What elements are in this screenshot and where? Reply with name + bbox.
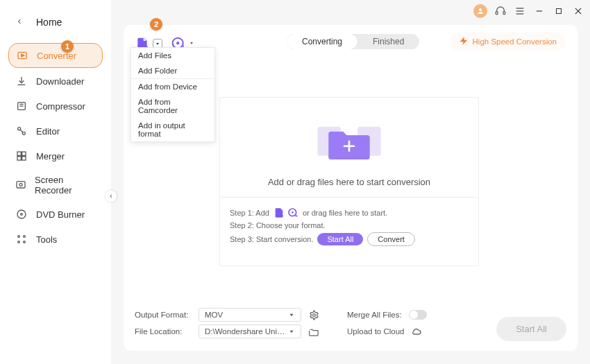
add-dvd-chevron-icon[interactable] (189, 40, 194, 47)
sidebar-item-tools[interactable]: Tools (8, 227, 103, 251)
sidebar-item-label: Screen Recorder (35, 175, 96, 196)
svg-point-25 (21, 214, 23, 216)
dropdown-add-from-device[interactable]: Add from Device (131, 79, 214, 94)
svg-rect-19 (22, 152, 26, 155)
high-speed-conversion-button[interactable]: High Speed Conversion (450, 33, 565, 51)
output-format-value: MOV (205, 311, 223, 319)
dropdown-add-files[interactable]: Add Files (131, 48, 214, 63)
converter-icon (16, 49, 28, 62)
tab-converting[interactable]: Converting (287, 34, 357, 49)
svg-rect-22 (17, 182, 25, 188)
cloud-icon[interactable] (411, 326, 422, 337)
svg-marker-36 (460, 37, 467, 45)
sidebar-item-compressor[interactable]: Compressor (8, 94, 103, 118)
step1-post: or drag files here to start. (303, 209, 387, 217)
open-folder-icon[interactable] (308, 326, 319, 337)
step3-text: Step 3: Start conversion. (230, 235, 313, 243)
dropdown-add-from-camcorder[interactable]: Add from Camcorder (131, 94, 214, 118)
callout-badge-2: 2 (150, 18, 162, 31)
chevron-down-icon (288, 311, 295, 318)
add-dropdown-menu: Add Files Add Folder Add from Device Add… (130, 47, 215, 142)
convert-small-button[interactable]: Convert (367, 232, 415, 246)
dropzone-text: Add or drag files here to start conversi… (268, 177, 430, 187)
callout-badge-1: 1 (61, 40, 74, 53)
sidebar-item-downloader[interactable]: Downloader (8, 69, 103, 93)
compressor-icon (15, 100, 28, 112)
output-format-select[interactable]: MOV (199, 308, 301, 322)
svg-point-24 (17, 210, 26, 218)
sidebar-collapse-handle[interactable] (106, 191, 117, 202)
chevron-down-icon (288, 328, 295, 335)
upload-cloud-label: Upload to Cloud (347, 327, 404, 336)
step-1: Step 1: Add + + or drag files here to st… (230, 207, 469, 218)
high-speed-label: High Speed Conversion (473, 37, 557, 46)
main-panel: + + Add Files Add Folder Add from Device… (111, 0, 590, 364)
svg-point-27 (24, 236, 26, 238)
svg-point-28 (18, 241, 20, 243)
svg-marker-47 (290, 331, 294, 333)
merger-icon (15, 150, 28, 162)
sidebar-item-label: Editor (36, 126, 60, 137)
downloader-icon (15, 75, 28, 87)
svg-point-46 (312, 313, 315, 316)
editor-icon (15, 125, 28, 137)
screen-recorder-icon (15, 179, 26, 191)
sidebar: Home Converter Downloader Compressor Edi… (0, 0, 111, 364)
bolt-icon (459, 36, 469, 47)
tab-bar: Converting Finished (287, 34, 419, 49)
svg-point-29 (24, 241, 26, 243)
sidebar-item-converter[interactable]: Converter (8, 43, 103, 68)
sidebar-item-label: DVD Burner (36, 209, 85, 220)
dropdown-add-in-output-format[interactable]: Add in output format (131, 118, 214, 141)
sidebar-item-label: Downloader (36, 76, 84, 87)
content-card: + + Add Files Add Folder Add from Device… (124, 25, 578, 351)
tools-icon (15, 233, 28, 245)
sidebar-item-label: Compressor (36, 101, 85, 112)
output-format-label: Output Format: (135, 311, 192, 319)
svg-rect-21 (22, 157, 26, 160)
file-location-label: File Location: (135, 327, 192, 336)
tab-finished[interactable]: Finished (357, 34, 419, 49)
step1-pre: Step 1: Add (230, 209, 269, 217)
svg-point-33 (176, 42, 179, 44)
svg-rect-20 (17, 157, 21, 160)
sidebar-item-merger[interactable]: Merger (8, 144, 103, 168)
step-3: Step 3: Start conversion. Start All Conv… (230, 232, 469, 246)
svg-point-43 (292, 211, 294, 214)
home-label: Home (36, 17, 62, 28)
svg-line-17 (20, 130, 23, 132)
sidebar-item-dvd-burner[interactable]: DVD Burner (8, 202, 103, 226)
back-home-row[interactable]: Home (0, 17, 111, 40)
svg-text:+: + (280, 213, 283, 218)
sidebar-item-label: Tools (36, 234, 57, 245)
dropdown-add-folder[interactable]: Add Folder (131, 63, 214, 78)
svg-point-26 (18, 236, 20, 238)
merge-label: Merge All Files: (347, 311, 402, 319)
dropzone[interactable]: Add or drag files here to start conversi… (219, 97, 479, 266)
settings-gear-icon[interactable] (308, 309, 319, 320)
dropzone-steps: Step 1: Add + + or drag files here to st… (220, 197, 478, 256)
start-all-small-button[interactable]: Start All (317, 233, 363, 245)
svg-rect-18 (17, 152, 21, 155)
sidebar-item-screen-recorder[interactable]: Screen Recorder (8, 169, 103, 201)
back-chevron-icon (15, 17, 24, 28)
step1-icons: + + (273, 207, 298, 218)
folder-illustration (311, 116, 387, 164)
sidebar-item-label: Merger (36, 151, 65, 162)
merge-toggle[interactable] (409, 310, 427, 320)
sidebar-item-editor[interactable]: Editor (8, 119, 103, 143)
svg-marker-31 (156, 43, 159, 45)
file-location-value: D:\Wondershare UniConverter 1 (205, 327, 288, 336)
svg-marker-35 (190, 42, 193, 44)
svg-marker-11 (22, 54, 24, 57)
svg-text:+: + (295, 213, 298, 218)
step-2: Step 2: Choose your format. (230, 221, 469, 229)
svg-marker-45 (290, 314, 294, 316)
svg-point-23 (19, 183, 22, 186)
bottom-bar: Output Format: MOV Merge All Files: File… (135, 300, 566, 351)
dvd-burner-icon (15, 208, 28, 220)
start-all-button[interactable]: Start All (496, 317, 566, 341)
file-location-select[interactable]: D:\Wondershare UniConverter 1 (199, 324, 301, 338)
